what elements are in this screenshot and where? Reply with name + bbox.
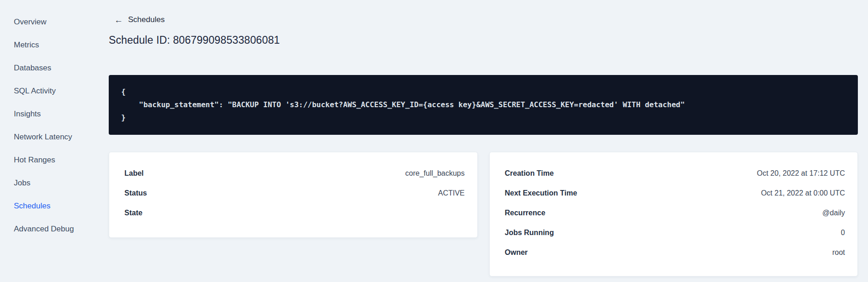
code-line-open-brace: { xyxy=(121,86,845,98)
schedule-detail-page: ← Schedules Schedule ID: 806799098533806… xyxy=(109,0,858,282)
next-execution-time-row: Next Execution Time Oct 21, 2022 at 0:00… xyxy=(505,183,845,203)
creation-time-value: Oct 20, 2022 at 17:12 UTC xyxy=(757,169,845,178)
status-row-value: ACTIVE xyxy=(438,189,465,197)
jobs-running-row: Jobs Running 0 xyxy=(505,223,845,242)
sidebar-item-overview[interactable]: Overview xyxy=(0,11,91,34)
state-row-key: State xyxy=(124,209,142,217)
back-arrow-icon: ← xyxy=(114,16,123,24)
sidebar-item-schedules[interactable]: Schedules xyxy=(0,195,91,218)
sidebar-item-jobs[interactable]: Jobs xyxy=(0,172,91,195)
jobs-running-key: Jobs Running xyxy=(505,229,554,237)
status-row-key: Status xyxy=(124,189,147,197)
recurrence-key: Recurrence xyxy=(505,209,545,217)
sidebar-item-metrics[interactable]: Metrics xyxy=(0,34,91,57)
label-row: Label core_full_backups xyxy=(124,163,465,183)
owner-value: root xyxy=(832,248,845,257)
label-row-value: core_full_backups xyxy=(405,169,465,178)
schedule-timing-card: Creation Time Oct 20, 2022 at 17:12 UTC … xyxy=(489,152,858,276)
state-row: State xyxy=(124,203,465,223)
label-row-key: Label xyxy=(124,169,144,178)
back-to-schedules-link[interactable]: ← Schedules xyxy=(114,15,164,24)
owner-key: Owner xyxy=(505,248,528,257)
creation-time-row: Creation Time Oct 20, 2022 at 17:12 UTC xyxy=(505,163,845,183)
sidebar-item-databases[interactable]: Databases xyxy=(0,57,91,80)
next-execution-time-key: Next Execution Time xyxy=(505,189,577,197)
next-execution-time-value: Oct 21, 2022 at 0:00 UTC xyxy=(761,189,845,197)
owner-row: Owner root xyxy=(505,242,845,262)
sidebar-item-advanced-debug[interactable]: Advanced Debug xyxy=(0,218,91,241)
creation-time-key: Creation Time xyxy=(505,169,554,178)
sidebar-item-hot-ranges[interactable]: Hot Ranges xyxy=(0,149,91,172)
code-line-backup-statement: "backup_statement": "BACKUP INTO 's3://b… xyxy=(121,98,845,111)
recurrence-row: Recurrence @daily xyxy=(505,203,845,223)
page-title: Schedule ID: 806799098533806081 xyxy=(109,34,280,46)
sidebar-item-insights[interactable]: Insights xyxy=(0,103,91,126)
sidebar-item-sql-activity[interactable]: SQL Activity xyxy=(0,80,91,103)
back-link-label: Schedules xyxy=(128,15,164,24)
jobs-running-value: 0 xyxy=(841,229,845,237)
detail-cards-row: Label core_full_backups Status ACTIVE St… xyxy=(109,152,858,276)
backup-statement-code-block: { "backup_statement": "BACKUP INTO 's3:/… xyxy=(109,75,858,135)
schedule-label-card: Label core_full_backups Status ACTIVE St… xyxy=(109,152,478,238)
sidebar-item-network-latency[interactable]: Network Latency xyxy=(0,126,91,149)
sidebar-nav: Overview Metrics Databases SQL Activity … xyxy=(0,11,91,241)
code-line-close-brace: } xyxy=(121,111,845,124)
status-row: Status ACTIVE xyxy=(124,183,465,203)
recurrence-value: @daily xyxy=(822,209,845,217)
